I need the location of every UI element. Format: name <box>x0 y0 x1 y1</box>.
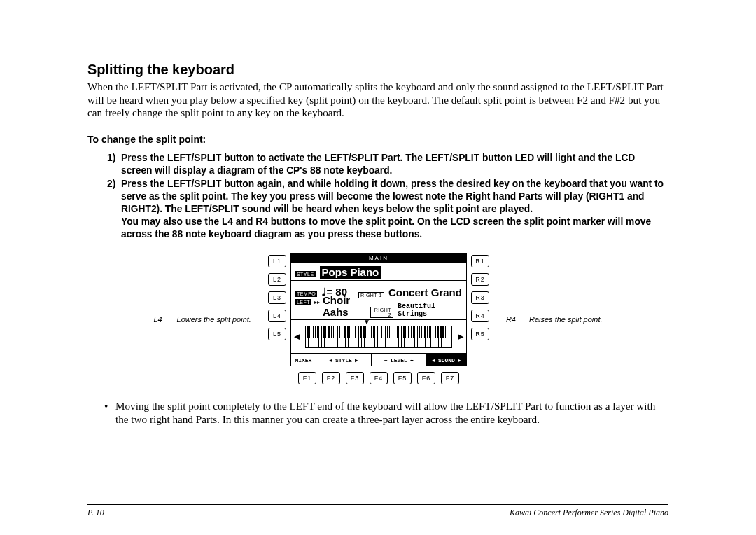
arrow-right-icon: ▶ <box>355 357 358 363</box>
step-1: 1) Press the LEFT/SPLIT button to activa… <box>107 152 668 177</box>
play-icon: ▸▸ <box>314 299 320 305</box>
intro-paragraph: When the LEFT/SPLIT Part is activated, t… <box>88 81 668 120</box>
procedure-steps: 1) Press the LEFT/SPLIT button to activa… <box>107 152 668 241</box>
caption-btn-id: L4 <box>153 315 174 324</box>
caption-text: Lowers the split point. <box>177 315 251 324</box>
arrow-left-icon: ◀ <box>294 332 300 341</box>
step-text: Press the LEFT/SPLIT button to activate … <box>121 152 668 177</box>
key-R1[interactable]: R1 <box>471 255 489 268</box>
page-footer: P. 10 Kawai Concert Performer Series Dig… <box>88 504 668 518</box>
page-number: P. 10 <box>88 508 104 518</box>
key-L2[interactable]: L2 <box>268 273 286 286</box>
caption-btn-id: R4 <box>506 315 527 324</box>
key-F6[interactable]: F6 <box>417 372 435 384</box>
function-keys: F1 F2 F3 F4 F5 F6 F7 <box>298 372 459 384</box>
lcd-footer: MIXER ◀ STYLE ▶ − LEVEL + ◀ <box>291 354 466 366</box>
note-bullet: • Moving the split point completely to t… <box>104 400 668 426</box>
lcd-keyboard-row: ◀ ▼ ▶ <box>291 320 466 354</box>
lcd-figure: L4 Lowers the split point. L1 L2 L3 L4 L… <box>88 253 668 384</box>
note-text: Moving the split point completely to the… <box>115 400 668 426</box>
key-R4[interactable]: R4 <box>471 310 489 322</box>
left-tag: LEFT <box>295 299 312 305</box>
right-keys: R1 R2 R3 R4 R5 <box>471 253 489 340</box>
minus-icon: − <box>384 357 388 363</box>
key-L1[interactable]: L1 <box>268 255 286 268</box>
style-tag: STYLE <box>295 271 316 277</box>
arrow-right-icon: ▶ <box>458 332 463 341</box>
style-selector: ◀ STYLE ▶ <box>316 354 372 366</box>
section-title: Splitting the keyboard <box>88 62 668 78</box>
key-F4[interactable]: F4 <box>370 372 388 384</box>
key-F5[interactable]: F5 <box>393 372 412 384</box>
key-F7[interactable]: F7 <box>441 372 459 384</box>
step-2: 2) Press the LEFT/SPLIT button again, an… <box>107 178 668 241</box>
lcd-header: MAIN <box>291 254 466 263</box>
caption-text: Raises the split point. <box>529 315 603 324</box>
tempo-tag: TEMPO <box>295 291 317 297</box>
mixer-label: MIXER <box>291 354 316 366</box>
footer-title: Kawai Concert Performer Series Digital P… <box>510 508 668 518</box>
key-F1[interactable]: F1 <box>298 372 316 384</box>
key-R2[interactable]: R2 <box>471 273 489 286</box>
right1-name: Concert Grand <box>388 286 462 298</box>
right2-tag: RIGHT 2 <box>370 307 393 318</box>
key-F2[interactable]: F2 <box>322 372 340 384</box>
step-text: Press the LEFT/SPLIT button again, and w… <box>121 178 668 241</box>
key-L3[interactable]: L3 <box>268 291 286 304</box>
step-number: 1) <box>107 152 121 177</box>
right1-tag: RIGHT 1 <box>358 292 384 298</box>
split-marker-icon: ▼ <box>363 318 370 326</box>
plus-icon: + <box>410 357 414 363</box>
procedure-heading: To change the split point: <box>88 134 668 145</box>
lcd-block: L1 L2 L3 L4 L5 MAIN STYLE Pops Piano <box>268 253 489 384</box>
key-L4[interactable]: L4 <box>268 310 286 322</box>
key-F3[interactable]: F3 <box>346 372 364 384</box>
lcd-screen: MAIN STYLE Pops Piano <box>290 253 467 366</box>
sound-selector: ◀ SOUND ▶ <box>427 354 466 366</box>
key-L5[interactable]: L5 <box>268 328 286 340</box>
caption-left: L4 Lowers the split point. <box>153 315 251 324</box>
left-keys: L1 L2 L3 L4 L5 <box>268 253 286 340</box>
key-R5[interactable]: R5 <box>471 328 489 340</box>
level-selector: − LEVEL + <box>372 354 427 366</box>
bullet-icon: • <box>104 400 115 426</box>
manual-page: Splitting the keyboard When the LEFT/SPL… <box>0 0 756 426</box>
keyboard-diagram <box>305 326 452 348</box>
arrow-right-icon: ▶ <box>458 357 461 363</box>
lcd-row-left: LEFT ▸▸ Choir Aahs RIGHT 2 Beautiful Str… <box>291 300 466 320</box>
key-R3[interactable]: R3 <box>471 291 489 304</box>
right2-name: Beautiful Strings <box>398 303 462 318</box>
style-name: Pops Piano <box>320 266 382 279</box>
lcd-row-style: STYLE Pops Piano <box>291 263 466 281</box>
caption-right: R4 Raises the split point. <box>506 315 603 324</box>
arrow-left-icon: ◀ <box>329 357 332 363</box>
step-number: 2) <box>107 178 121 241</box>
arrow-left-icon: ◀ <box>432 357 435 363</box>
